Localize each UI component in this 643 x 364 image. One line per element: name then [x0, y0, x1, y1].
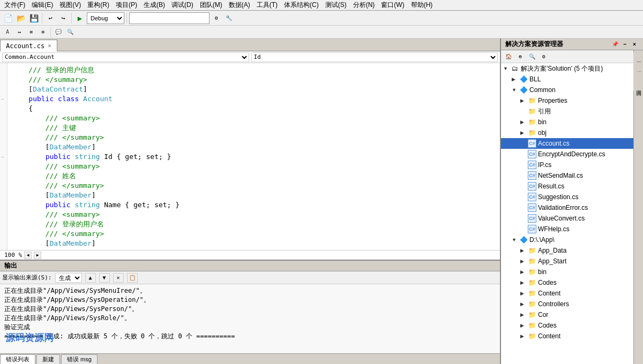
output-btn2[interactable]: ▼	[99, 273, 110, 283]
toolbar2-btn3[interactable]: ≡	[26, 27, 36, 37]
output-btn3[interactable]: ✕	[113, 273, 124, 283]
se-tree-item-6[interactable]: ▶📁obj	[501, 127, 643, 138]
menubar-item[interactable]: 视图(V)	[56, 0, 84, 10]
debug-mode-dropdown[interactable]: Debug	[87, 12, 124, 24]
se-tree-item-11[interactable]: C#Result.cs	[501, 181, 643, 192]
se-tree-item-12[interactable]: C#Suggestion.cs	[501, 192, 643, 202]
code-line: public string Name { get; set; }	[12, 200, 496, 210]
rs-tab-属性[interactable]: 属性	[633, 52, 644, 62]
toolbar-sep1	[42, 13, 42, 24]
toolbar2-btn4[interactable]: ≡	[38, 27, 48, 37]
menubar-item[interactable]: 项目(P)	[113, 0, 140, 10]
nav-left-dropdown[interactable]: Common.Account	[2, 52, 249, 62]
menubar-item[interactable]: 分析(N)	[350, 0, 378, 10]
menubar-item[interactable]: 工具(T)	[253, 0, 281, 10]
menubar-item[interactable]: 帮助(H)	[408, 0, 436, 10]
toolbar-row2: A ↔ ≡ ≡ 💬 🔍	[0, 26, 643, 39]
tab-account-cs[interactable]: Account.cs ×	[0, 40, 57, 51]
toolbar2-btn6[interactable]: 🔍	[65, 27, 76, 37]
se-tree-item-9[interactable]: C#IP.cs	[501, 160, 643, 170]
se-tree[interactable]: ▼🗂解决方案'Solution' (5 个项目)▶🔷BLL▼🔷Common▶📁P…	[501, 63, 643, 364]
zoom-prev-btn[interactable]: ◀	[24, 252, 32, 259]
se-tree-item-8[interactable]: C#EncryptAndDecrypte.cs	[501, 149, 643, 160]
se-collapse-btn[interactable]: −	[620, 40, 629, 49]
toolbar-btn-b[interactable]: 🔧	[223, 12, 235, 24]
toolbar-redo-btn[interactable]: ↪	[57, 12, 69, 24]
se-tree-item-10[interactable]: C#NetSendMail.cs	[501, 170, 643, 181]
menubar-item[interactable]: 文件(F)	[1, 0, 28, 10]
rs-tab-调试[interactable]: 调试	[633, 72, 644, 81]
menubar-item[interactable]: 调试(D)	[168, 0, 197, 10]
code-line: /// </summary>	[12, 181, 496, 191]
se-tree-item-19[interactable]: ▶📁bin	[501, 267, 643, 277]
output-btn1[interactable]: ▲	[85, 273, 96, 283]
search-input[interactable]	[129, 12, 210, 24]
output-btn4[interactable]: 📋	[127, 273, 138, 283]
output-line: 正在生成目录"/App/Views/SysPerson/"。	[4, 305, 496, 314]
se-header: 解决方案资源管理器 📌 − ×	[501, 39, 643, 50]
se-close-btn[interactable]: ×	[630, 40, 639, 49]
output-toolbar: 显示输出来源(S): 生成 ▲ ▼ ✕ 📋	[0, 271, 500, 284]
zoom-next-btn[interactable]: ▶	[34, 252, 41, 259]
se-tree-item-7[interactable]: C#Account.cs	[501, 138, 643, 149]
nav-right-dropdown[interactable]: Id	[251, 52, 498, 62]
tab-close-btn[interactable]: ×	[48, 42, 51, 49]
code-content-area[interactable]: /// 登录的用户信息 /// </summary> [DataContract…	[8, 63, 500, 250]
output-line: 正在生成目录"/App/Views/SysMenuIree/"。	[4, 286, 496, 295]
menubar-item[interactable]: 体系结构(C)	[281, 0, 322, 10]
se-tree-item-23[interactable]: ▶📁Cor	[501, 309, 643, 320]
se-tree-item-18[interactable]: ▶📁App_Start	[501, 256, 643, 267]
rs-tab-调用[interactable]: 调用	[633, 81, 644, 91]
toolbar-new-btn[interactable]: 📄	[2, 12, 14, 24]
output-source-dropdown[interactable]: 生成	[55, 273, 82, 283]
se-tree-item-17[interactable]: ▶📁App_Data	[501, 245, 643, 256]
se-tree-item-2[interactable]: ▼🔷Common	[501, 85, 643, 95]
toolbar-save-btn[interactable]: 💾	[28, 12, 40, 24]
code-line: /// <summary>	[12, 113, 496, 123]
se-tree-item-24[interactable]: ▶📁Codes	[501, 320, 643, 331]
menubar-item[interactable]: 生成(B)	[140, 0, 168, 10]
menubar-item[interactable]: 团队(M)	[197, 0, 226, 10]
toolbar-btn-a[interactable]: ⚙	[211, 12, 222, 24]
se-tree-item-13[interactable]: C#ValidationError.cs	[501, 202, 643, 213]
toolbar2-btn2[interactable]: ↔	[14, 27, 25, 37]
se-pin-btn[interactable]: 📌	[611, 40, 619, 49]
toolbar-run-btn[interactable]: ▶	[74, 12, 86, 24]
se-tree-item-4[interactable]: 📁引用	[501, 106, 643, 117]
se-btn3[interactable]: 🔍	[527, 52, 537, 62]
rs-tab-解决[interactable]: 解决	[633, 62, 644, 72]
se-header-label: 解决方案资源管理器	[505, 40, 563, 49]
se-btn1[interactable]: 🏠	[503, 52, 514, 62]
code-editor[interactable]: − − /// 登录的用户信息	[0, 63, 500, 250]
se-btn4[interactable]: ⚙	[539, 52, 549, 62]
output-content[interactable]: 正在生成目录"/App/Views/SysMenuIree/"。正在生成目录"/…	[0, 284, 500, 353]
code-line: public class Account	[12, 94, 496, 104]
toolbar2-btn1[interactable]: A	[2, 27, 13, 37]
se-tree-item-0[interactable]: ▼🗂解决方案'Solution' (5 个项目)	[501, 63, 643, 74]
se-tree-item-15[interactable]: C#WFHelp.cs	[501, 224, 643, 234]
se-tree-item-3[interactable]: ▶📁Properties	[501, 95, 643, 106]
menubar: 文件(F)编辑(E)视图(V)重构(R)项目(P)生成(B)调试(D)团队(M)…	[0, 0, 643, 11]
code-line: /// <summary>	[12, 210, 496, 219]
menubar-item[interactable]: 窗口(W)	[378, 0, 407, 10]
menubar-item[interactable]: 数据(A)	[226, 0, 253, 10]
se-tree-item-21[interactable]: ▶📁Content	[501, 288, 643, 299]
se-tree-item-25[interactable]: ▶📁Content	[501, 331, 643, 342]
bottom-tab-1[interactable]: 新建	[36, 354, 60, 364]
menubar-item[interactable]: 重构(R)	[84, 0, 113, 10]
se-tree-item-20[interactable]: ▶📁Codes	[501, 277, 643, 288]
output-line: 正在生成目录"/App/Views/SysOperation/"。	[4, 295, 496, 305]
bottom-tab-0[interactable]: 错误列表	[0, 354, 35, 364]
se-tree-item-16[interactable]: ▼🔷D:\.\App\	[501, 234, 643, 245]
se-btn2[interactable]: ⊕	[515, 52, 526, 62]
se-tree-item-5[interactable]: ▶📁bin	[501, 117, 643, 127]
se-tree-item-14[interactable]: C#ValueConvert.cs	[501, 213, 643, 224]
toolbar-undo-btn[interactable]: ↩	[44, 12, 56, 24]
se-tree-item-22[interactable]: ▶📁Controllers	[501, 299, 643, 309]
toolbar-open-btn[interactable]: 📂	[15, 12, 27, 24]
toolbar2-btn5[interactable]: 💬	[53, 27, 64, 37]
bottom-tab-2[interactable]: 错误 msg	[61, 354, 98, 364]
menubar-item[interactable]: 测试(S)	[322, 0, 350, 10]
menubar-item[interactable]: 编辑(E)	[28, 0, 56, 10]
se-tree-item-1[interactable]: ▶🔷BLL	[501, 74, 643, 85]
